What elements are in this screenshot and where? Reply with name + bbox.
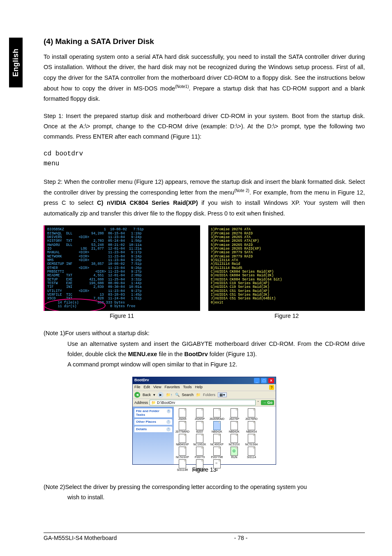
up-icon[interactable]: 📁↑ bbox=[166, 393, 173, 397]
file-icon bbox=[213, 434, 221, 443]
chevron-icon[interactable]: ˇ bbox=[166, 427, 171, 431]
note1-superscript: (Note1) bbox=[175, 84, 189, 89]
address-field[interactable]: 📁 D:\BootDrv bbox=[150, 400, 256, 405]
file-item[interactable]: 20265RAID bbox=[209, 408, 225, 420]
forward-icon[interactable]: ► bbox=[158, 392, 164, 398]
file-item[interactable]: P20779R bbox=[209, 447, 225, 459]
chevron-icon[interactable]: ˇ bbox=[166, 420, 171, 424]
file-item[interactable]: NC51SXP bbox=[175, 447, 190, 459]
file-item[interactable]: NB04S4 bbox=[244, 421, 259, 433]
file-icon bbox=[213, 421, 221, 430]
folder-icon: 📁 bbox=[151, 401, 156, 405]
sidebar-details[interactable]: Detailsˇ bbox=[134, 426, 172, 432]
chevron-icon[interactable]: ^ bbox=[167, 409, 171, 413]
menu-edit[interactable]: Edit bbox=[144, 385, 150, 390]
file-icon bbox=[231, 434, 238, 443]
file-label: SI3114R bbox=[175, 468, 190, 471]
minimize-icon[interactable]: _ bbox=[254, 378, 260, 383]
file-icon bbox=[196, 447, 203, 456]
file-label: 20276RD bbox=[244, 417, 259, 420]
file-item[interactable]: NC51SX bbox=[226, 434, 242, 446]
note1-bold2: BootDrv bbox=[184, 351, 208, 357]
address-path: D:\BootDrv bbox=[157, 401, 175, 405]
explorer-addressbar: Address 📁 D:\BootDrv ˅ → Go bbox=[133, 399, 276, 407]
menu-view[interactable]: View bbox=[153, 385, 161, 390]
file-label: I6207 bbox=[192, 430, 208, 433]
go-button[interactable]: → Go bbox=[261, 400, 274, 405]
window-buttons: _ □ × bbox=[254, 378, 274, 383]
file-item[interactable]: 20276RD bbox=[244, 408, 259, 420]
page-footer: GA-M55SLI-S4 Motherboard - 78 - bbox=[44, 533, 365, 541]
file-item[interactable]: SI3114R bbox=[175, 459, 190, 471]
file-icon bbox=[248, 447, 255, 456]
file-item[interactable]: RUN bbox=[226, 447, 242, 459]
figure-11-terminal: BIOSBSKZ 1 10-08-02 7:51p BISWAQL DLL 94… bbox=[44, 225, 200, 311]
file-item[interactable]: NB04SXP bbox=[175, 434, 190, 446]
menu-help[interactable]: Help bbox=[195, 385, 203, 390]
figure-13-explorer-window: BootDrv _ □ × File Edit View Favorites T… bbox=[132, 377, 276, 465]
file-icon bbox=[213, 447, 221, 456]
file-icon bbox=[196, 434, 203, 443]
file-item[interactable]: 20779ARD bbox=[175, 421, 190, 433]
maximize-icon[interactable]: □ bbox=[261, 378, 267, 383]
file-icon bbox=[179, 434, 186, 443]
file-icon bbox=[179, 459, 186, 468]
sidebar-details-label: Details bbox=[136, 427, 147, 431]
explorer-toolbar: ◄ Back ▾ ► 📁↑ 🔍 Search 📁 Folders ▦▾ bbox=[133, 391, 276, 399]
menu-file[interactable]: File bbox=[134, 385, 141, 390]
views-icon[interactable]: ▦▾ bbox=[218, 392, 227, 397]
note1-d: folder (Figure 13). bbox=[208, 351, 257, 357]
file-item[interactable]: 20276P bbox=[226, 408, 242, 420]
file-label: NC49SXP bbox=[209, 443, 225, 446]
search-icon[interactable]: 🔍 bbox=[175, 393, 180, 397]
file-item[interactable]: SI3114 bbox=[244, 447, 259, 459]
file-item[interactable]: I6207 bbox=[192, 421, 208, 433]
folders-label[interactable]: Folders bbox=[203, 393, 215, 397]
file-item[interactable]: 20265P bbox=[192, 408, 208, 420]
file-icon bbox=[196, 459, 203, 468]
file-item[interactable]: P20779 bbox=[192, 447, 208, 459]
file-item[interactable]: NC19S2K bbox=[192, 434, 208, 446]
help-icon[interactable]: ? bbox=[269, 385, 274, 390]
file-icon bbox=[231, 421, 238, 430]
menu-tools[interactable]: Tools bbox=[183, 385, 191, 390]
cmd2: menu bbox=[44, 160, 59, 167]
file-item[interactable]: 20265 bbox=[175, 408, 190, 420]
explorer-menubar: File Edit View Favorites Tools Help ? bbox=[133, 384, 276, 391]
file-icon bbox=[196, 421, 203, 430]
file-icon bbox=[196, 408, 203, 417]
sidebar-file-tasks[interactable]: File and Folder Tasks^ bbox=[134, 408, 172, 417]
back-label[interactable]: Back bbox=[143, 393, 151, 397]
footer-page-number: - 78 - bbox=[117, 535, 365, 541]
search-label[interactable]: Search bbox=[182, 393, 194, 397]
sidebar-other-places[interactable]: Other Placesˇ bbox=[134, 419, 172, 425]
paragraph-3: Step 2: When the controller menu (Figure… bbox=[44, 177, 365, 219]
file-item[interactable]: NC51S64 bbox=[244, 434, 259, 446]
note2-superscript: (Note 2) bbox=[234, 188, 249, 193]
address-dropdown-icon[interactable]: ˅ bbox=[257, 401, 259, 405]
note2-text-tail: wish to install. bbox=[67, 494, 104, 500]
note1-bold1: MENU.exe bbox=[128, 351, 157, 357]
file-label: 20779ARD bbox=[175, 430, 190, 433]
file-label: NC19S2K bbox=[192, 443, 208, 446]
close-icon[interactable]: × bbox=[268, 378, 274, 383]
figure-12-caption: Figure 12 bbox=[208, 313, 365, 319]
explorer-titlebar: BootDrv _ □ × bbox=[133, 377, 276, 384]
folders-icon[interactable]: 📁 bbox=[196, 393, 201, 397]
file-label: NC51S64 bbox=[244, 443, 259, 446]
back-dropdown-icon[interactable]: ▾ bbox=[153, 393, 155, 397]
file-item[interactable]: NC49SXP bbox=[209, 434, 225, 446]
figure-12-terminal: 1)Promise 20276 ATA 2)Promise 20276 RAID… bbox=[208, 225, 365, 311]
file-item[interactable]: NB042K bbox=[226, 421, 242, 433]
figure-13-caption: Figure 13 bbox=[44, 466, 365, 473]
file-icon bbox=[213, 459, 221, 468]
go-label: Go bbox=[267, 401, 273, 405]
cmd1: cd bootdrv bbox=[44, 150, 83, 158]
note-1: (Note 1) For users without a startup dis… bbox=[44, 328, 365, 370]
file-icon bbox=[179, 447, 186, 456]
note1-a: For users without a startup disk: bbox=[65, 330, 150, 336]
para3-bold: C) nVIDIA CK804 Series Raid(XP) bbox=[97, 199, 198, 206]
back-icon[interactable]: ◄ bbox=[134, 392, 140, 398]
menu-favorites[interactable]: Favorites bbox=[164, 385, 180, 390]
file-item[interactable]: NB042K bbox=[209, 421, 225, 433]
